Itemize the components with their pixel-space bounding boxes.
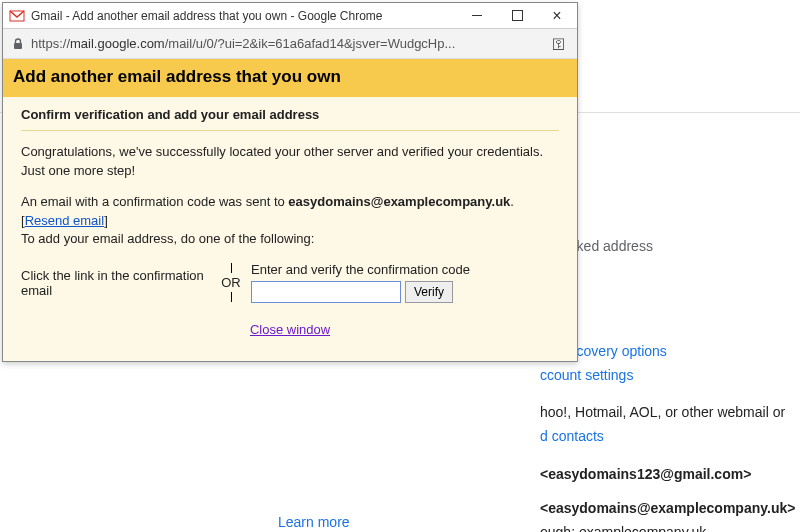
confirmation-code-input[interactable]	[251, 281, 401, 303]
sent-text: An email with a confirmation code was se…	[21, 193, 559, 250]
bg-link-contacts[interactable]: d contacts	[540, 428, 604, 444]
close-window-link[interactable]: Close window	[250, 322, 330, 337]
popup-window: Gmail - Add another email address that y…	[2, 2, 578, 362]
verify-button[interactable]: Verify	[405, 281, 453, 303]
background-text: ord ord recovery options ccount settings…	[540, 316, 795, 532]
learn-more-link[interactable]: Learn more	[278, 514, 350, 530]
congrats-text: Congratulations, we've successfully loca…	[21, 143, 559, 181]
section-heading: Confirm verification and add your email …	[21, 107, 559, 131]
option-click-link: Click the link in the confirmation email	[21, 268, 211, 298]
gmail-icon	[9, 8, 25, 24]
bg-link-account-settings[interactable]: ccount settings	[540, 367, 633, 383]
verification-options: Click the link in the confirmation email…	[21, 261, 559, 304]
window-title: Gmail - Add another email address that y…	[31, 9, 457, 23]
lock-icon	[11, 37, 25, 51]
or-label: OR	[221, 275, 241, 290]
window-maximize-button[interactable]	[497, 3, 537, 29]
or-divider: OR	[211, 261, 251, 304]
window-titlebar: Gmail - Add another email address that y…	[3, 3, 577, 29]
url-host: mail.google.com	[70, 36, 165, 51]
url-scheme: https://	[31, 36, 70, 51]
bg-through: ough: examplecompany.uk	[540, 521, 795, 532]
popup-header-bar: Add another email address that you own	[3, 59, 577, 97]
bg-email-1: <easydomains123@gmail.com>	[540, 463, 795, 487]
url-text[interactable]: https://mail.google.com/mail/u/0/?ui=2&i…	[31, 36, 549, 51]
bg-text: hoo!, Hotmail, AOL, or other webmail or	[540, 401, 795, 425]
resend-email-link[interactable]: Resend email	[25, 213, 105, 228]
address-bar: https://mail.google.com/mail/u/0/?ui=2&i…	[3, 29, 577, 59]
window-minimize-button[interactable]	[457, 3, 497, 29]
url-path: /mail/u/0/?ui=2&ik=61a6afad14&jsver=Wudg…	[165, 36, 456, 51]
window-close-button[interactable]: ×	[537, 3, 577, 29]
sent-email: easydomains@examplecompany.uk	[288, 194, 510, 209]
popup-content: Confirm verification and add your email …	[3, 97, 577, 361]
page-title: Add another email address that you own	[13, 67, 567, 87]
code-label: Enter and verify the confirmation code	[251, 262, 470, 277]
bg-email-2: <easydomains@examplecompany.uk>	[540, 497, 795, 521]
sent-suffix: .	[510, 194, 514, 209]
sent-prefix: An email with a confirmation code was se…	[21, 194, 288, 209]
svg-rect-1	[14, 43, 22, 49]
todo-text: To add your email address, do one of the…	[21, 231, 314, 246]
option-enter-code: Enter and verify the confirmation code V…	[251, 262, 559, 303]
key-icon[interactable]: ⚿	[549, 36, 569, 52]
